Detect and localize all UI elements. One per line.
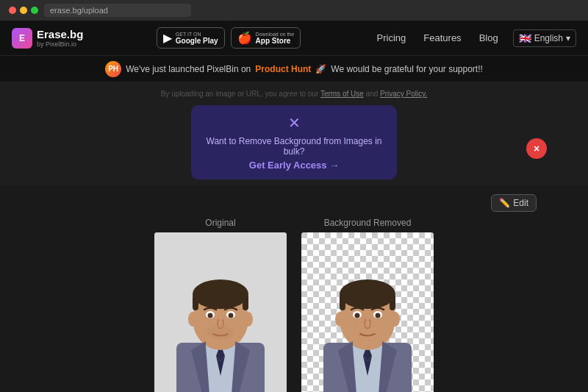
edit-icon: ✏️ — [499, 198, 510, 208]
original-image-col: Original — [154, 218, 287, 392]
app-store-small: Download on the — [256, 32, 295, 37]
close-window-dot[interactable] — [9, 7, 16, 14]
url-bar[interactable]: erase.bg/upload — [44, 4, 191, 17]
blog-link[interactable]: Blog — [476, 32, 501, 43]
browser-chrome: erase.bg/upload — [0, 0, 588, 21]
svg-point-30 — [340, 279, 395, 309]
removed-label: Background Removed — [324, 218, 412, 228]
svg-point-15 — [188, 312, 197, 327]
app-store-large: App Store — [256, 37, 295, 45]
navbar: E Erase.bg by PixelBin.io ▶ GET IT ON Go… — [0, 21, 588, 56]
original-image — [154, 232, 287, 392]
google-play-button[interactable]: ▶ GET IT ON Google Play — [157, 27, 225, 49]
logo-text-block: Erase.bg by PixelBin.io — [37, 28, 83, 48]
svg-point-36 — [376, 313, 381, 318]
images-row: Original — [51, 218, 537, 392]
window-controls — [9, 7, 38, 14]
chevron-down-icon: ▾ — [566, 33, 570, 43]
store-buttons: ▶ GET IT ON Google Play 🍎 Download on th… — [157, 27, 301, 49]
apple-icon: 🍎 — [237, 31, 252, 45]
svg-point-35 — [355, 313, 360, 318]
terms-text: By uploading an image or URL, you agree … — [161, 88, 428, 102]
maximize-window-dot[interactable] — [31, 7, 38, 14]
svg-rect-9 — [243, 294, 248, 310]
svg-point-37 — [335, 312, 344, 327]
google-play-icon: ▶ — [163, 31, 172, 45]
logo-subtitle: by PixelBin.io — [37, 40, 83, 48]
pricing-link[interactable]: Pricing — [374, 32, 409, 43]
logo-title: Erase.bg — [37, 28, 83, 40]
ph-rocket-icon: 🚀 — [315, 64, 326, 74]
close-button[interactable]: × — [526, 138, 547, 159]
features-link[interactable]: Features — [420, 32, 464, 43]
product-hunt-link[interactable]: Product Hunt — [255, 64, 311, 74]
language-selector[interactable]: 🇬🇧 English ▾ — [513, 29, 576, 47]
google-play-large: Google Play — [176, 37, 218, 45]
flag-icon: 🇬🇧 — [519, 32, 531, 44]
bulk-icon: ✕ — [288, 114, 301, 132]
bulk-banner: ✕ Want to Remove Background from Images … — [191, 105, 397, 179]
svg-point-13 — [229, 313, 234, 318]
svg-point-16 — [244, 312, 253, 327]
svg-point-12 — [208, 313, 213, 318]
svg-point-14 — [207, 325, 234, 340]
upload-section: By uploading an image or URL, you agree … — [0, 82, 588, 185]
bulk-text: Want to Remove Background from Images in… — [203, 136, 385, 157]
app-store-button[interactable]: 🍎 Download on the App Store — [231, 27, 301, 49]
svg-rect-8 — [193, 294, 198, 310]
removed-image-col: Background Removed — [301, 218, 434, 392]
banner-text-after: We would be grateful for your support!! — [331, 64, 483, 74]
early-access-link[interactable]: Get Early Access → — [249, 160, 339, 171]
minimize-window-dot[interactable] — [20, 7, 27, 14]
results-section: ✏️ Edit Original — [0, 185, 588, 392]
banner-text-before: We've just launched PixelBin on — [126, 64, 251, 74]
google-play-small: GET IT ON — [176, 32, 218, 37]
svg-point-7 — [193, 279, 248, 309]
svg-rect-32 — [390, 294, 395, 310]
svg-point-38 — [391, 312, 400, 327]
logo[interactable]: E Erase.bg by PixelBin.io — [12, 28, 83, 49]
svg-rect-31 — [340, 294, 345, 310]
logo-icon: E — [12, 28, 32, 49]
terms-of-use-link[interactable]: Terms of Use — [320, 90, 364, 98]
privacy-policy-link[interactable]: Privacy Policy. — [380, 90, 427, 98]
lang-label: English — [534, 33, 563, 43]
removed-image — [301, 232, 434, 392]
edit-button[interactable]: ✏️ Edit — [491, 194, 537, 212]
original-label: Original — [205, 218, 235, 228]
results-header: ✏️ Edit — [51, 194, 537, 212]
avatar: PH — [105, 61, 121, 77]
product-hunt-banner: PH We've just launched PixelBin on Produ… — [0, 56, 588, 82]
